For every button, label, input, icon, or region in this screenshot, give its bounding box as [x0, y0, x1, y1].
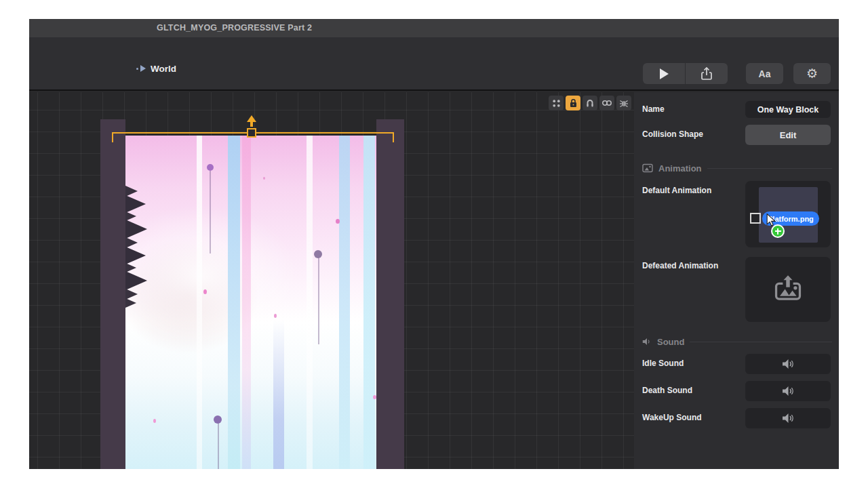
magnet-icon — [585, 98, 595, 108]
app-window: GLTCH_MYOG_PROGRESSIVE Part 2 World — [29, 19, 839, 469]
speaker-icon — [642, 338, 652, 346]
defeated-animation-well[interactable] — [745, 257, 831, 322]
name-field[interactable]: One Way Block — [745, 101, 831, 118]
art-stripe — [197, 136, 202, 469]
play-icon — [659, 68, 669, 79]
particle-dot — [214, 415, 222, 424]
content-area: Name One Way Block Collision Shape Edit … — [29, 92, 839, 469]
link-icon — [601, 99, 612, 107]
left-pillar-object[interactable] — [100, 119, 125, 469]
level-art-object[interactable] — [125, 136, 376, 469]
image-upload-icon — [772, 275, 804, 304]
particle-speck — [203, 289, 207, 294]
idle-sound-label: Idle Sound — [642, 359, 684, 368]
art-stripe — [339, 136, 350, 469]
particle-dot — [314, 250, 322, 258]
drag-item-checkbox[interactable] — [750, 213, 761, 224]
breadcrumb-world[interactable]: World — [136, 62, 176, 75]
particle-speck — [263, 177, 265, 180]
gear-icon: ⚙ — [806, 66, 818, 81]
canvas-toolbar — [549, 96, 631, 110]
link-button[interactable] — [599, 96, 614, 110]
edit-collision-button[interactable]: Edit — [745, 125, 831, 145]
animation-section-header: Animation — [642, 163, 832, 174]
art-stripe — [273, 136, 284, 469]
default-animation-well[interactable]: Platform.png — [745, 181, 831, 247]
default-animation-label: Default Animation — [642, 186, 711, 195]
speaker-icon — [781, 413, 795, 424]
inspector-panel: Name One Way Block Collision Shape Edit … — [634, 92, 839, 469]
main-toolbar: World Aa ⚙ — [29, 37, 839, 91]
lock-button[interactable] — [566, 96, 580, 110]
text-style-icon: Aa — [759, 68, 771, 79]
play-button[interactable] — [643, 63, 685, 84]
scene-play-icon — [136, 65, 146, 72]
debug-icon — [619, 98, 629, 108]
mouse-cursor-icon — [766, 214, 776, 226]
collision-shape-label: Collision Shape — [642, 129, 703, 139]
selection-resize-handle[interactable] — [247, 128, 256, 138]
particle-stem — [218, 423, 219, 469]
magnet-button[interactable] — [583, 96, 597, 110]
speaker-icon — [781, 359, 795, 369]
level-canvas[interactable] — [29, 92, 634, 469]
particle-dot — [207, 164, 214, 171]
wakeup-sound-button[interactable] — [745, 408, 831, 428]
name-label: Name — [642, 104, 665, 114]
art-stripe — [228, 136, 240, 469]
art-stripe — [363, 136, 375, 469]
particle-stem — [318, 258, 319, 344]
project-title: GLTCH_MYOG_PROGRESSIVE Part 2 — [157, 19, 312, 37]
idle-sound-button[interactable] — [745, 354, 831, 374]
sound-section-header: Sound — [642, 336, 832, 347]
wakeup-sound-label: WakeUp Sound — [642, 413, 702, 422]
particle-stem — [210, 171, 211, 253]
share-icon — [701, 67, 713, 81]
breadcrumb-label: World — [151, 64, 176, 74]
transform-button[interactable] — [549, 96, 564, 110]
particle-speck — [373, 395, 376, 399]
speaker-icon — [781, 386, 795, 396]
particle-speck — [153, 419, 156, 423]
art-stripe — [307, 136, 313, 469]
art-stripe — [242, 136, 251, 469]
settings-button[interactable]: ⚙ — [793, 63, 831, 84]
particle-speck — [336, 219, 340, 224]
particle-speck — [274, 314, 277, 318]
lock-icon — [569, 98, 578, 108]
death-sound-button[interactable] — [745, 381, 831, 401]
resize-up-arrow-icon — [246, 115, 257, 128]
debug-button[interactable] — [616, 96, 631, 110]
right-pillar-object[interactable] — [376, 119, 404, 469]
defeated-animation-label: Defeated Animation — [642, 261, 718, 270]
title-bar: GLTCH_MYOG_PROGRESSIVE Part 2 — [29, 19, 839, 37]
share-button[interactable] — [686, 63, 728, 84]
drop-add-icon — [771, 224, 785, 238]
spikes-object[interactable] — [125, 184, 149, 309]
text-style-button[interactable]: Aa — [746, 63, 783, 84]
play-share-segment — [643, 63, 728, 84]
image-icon — [642, 163, 653, 173]
death-sound-label: Death Sound — [642, 386, 692, 395]
transform-icon — [551, 98, 561, 108]
